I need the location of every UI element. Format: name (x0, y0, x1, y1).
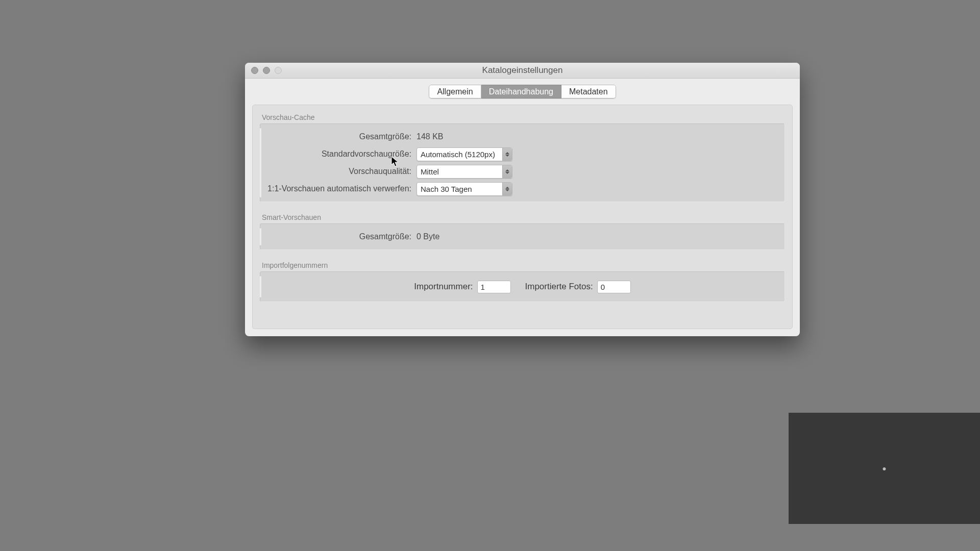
group-box-preview-cache: Gesamtgröße: 148 KB Standardvorschaugröß… (260, 123, 785, 202)
input-imported-photos[interactable]: 0 (597, 281, 631, 293)
group-legend-smart-previews: Smart-Vorschauen (262, 213, 785, 221)
chevron-down-icon (505, 172, 509, 174)
label-discard-previews: 1:1-Vorschauen automatisch verwerfen: (267, 184, 416, 193)
label-import-number: Importnummer: (414, 282, 473, 292)
tab-general[interactable]: Allgemein (429, 85, 481, 98)
row-std-preview-size: Standardvorschaugröße: Automatisch (5120… (267, 145, 777, 163)
input-import-number[interactable]: 1 (477, 281, 511, 293)
select-value-std-preview-size: Automatisch (5120px) (417, 148, 502, 161)
group-box-import-sequence: Importnummer: 1 Importierte Fotos: 0 (260, 271, 785, 302)
chevron-down-icon (505, 155, 509, 157)
group-preview-cache: Vorschau-Cache Gesamtgröße: 148 KB Stand… (260, 113, 785, 202)
select-value-preview-quality: Mittel (417, 165, 502, 178)
group-smart-previews: Smart-Vorschauen Gesamtgröße: 0 Byte (260, 213, 785, 250)
webcam-overlay: ● (789, 413, 980, 524)
select-value-discard-previews: Nach 30 Tagen (417, 183, 502, 195)
webcam-placeholder: ● (882, 464, 886, 472)
row-smart-total-size: Gesamtgröße: 0 Byte (267, 228, 777, 245)
label-std-preview-size: Standardvorschaugröße: (267, 149, 416, 159)
select-discard-previews[interactable]: Nach 30 Tagen (416, 182, 512, 196)
row-discard-previews: 1:1-Vorschauen automatisch verwerfen: Na… (267, 180, 777, 197)
row-total-size: Gesamtgröße: 148 KB (267, 128, 777, 145)
select-preview-quality[interactable]: Mittel (416, 165, 512, 179)
stepper-icon[interactable] (502, 183, 512, 195)
segmented-control: Allgemein Dateihandhabung Metadaten (429, 85, 616, 98)
tab-metadata[interactable]: Metadaten (561, 85, 616, 98)
chevron-up-icon (505, 187, 509, 189)
select-std-preview-size[interactable]: Automatisch (5120px) (416, 147, 512, 161)
stepper-icon[interactable] (502, 165, 512, 178)
chevron-down-icon (505, 189, 509, 191)
window-title: Katalogeinstellungen (245, 65, 800, 76)
group-legend-import-sequence: Importfolgenummern (262, 261, 785, 269)
settings-panel: Vorschau-Cache Gesamtgröße: 148 KB Stand… (252, 105, 793, 329)
label-smart-total-size: Gesamtgröße: (267, 232, 416, 241)
label-total-size: Gesamtgröße: (267, 132, 416, 141)
catalog-settings-window: Katalogeinstellungen Allgemein Dateihand… (245, 63, 800, 336)
label-imported-photos: Importierte Fotos: (525, 282, 593, 292)
chevron-up-icon (505, 169, 509, 171)
group-indicator (260, 276, 261, 297)
row-import-numbers: Importnummer: 1 Importierte Fotos: 0 (267, 276, 777, 297)
tab-file-handling[interactable]: Dateihandhabung (481, 85, 561, 98)
value-total-size: 148 KB (416, 132, 443, 141)
value-smart-total-size: 0 Byte (416, 232, 439, 241)
group-legend-preview-cache: Vorschau-Cache (262, 113, 785, 121)
content-area: Vorschau-Cache Gesamtgröße: 148 KB Stand… (245, 98, 800, 336)
label-preview-quality: Vorschauqualität: (267, 167, 416, 176)
group-box-smart-previews: Gesamtgröße: 0 Byte (260, 223, 785, 250)
group-indicator (260, 128, 261, 197)
row-preview-quality: Vorschauqualität: Mittel (267, 163, 777, 180)
group-indicator (260, 228, 261, 245)
group-import-sequence: Importfolgenummern Importnummer: 1 Impor… (260, 261, 785, 302)
stepper-icon[interactable] (502, 148, 512, 161)
pair-imported-photos: Importierte Fotos: 0 (525, 281, 631, 293)
titlebar[interactable]: Katalogeinstellungen (245, 63, 800, 79)
chevron-up-icon (505, 152, 509, 154)
tab-bar: Allgemein Dateihandhabung Metadaten (245, 79, 800, 98)
pair-import-number: Importnummer: 1 (414, 281, 510, 293)
